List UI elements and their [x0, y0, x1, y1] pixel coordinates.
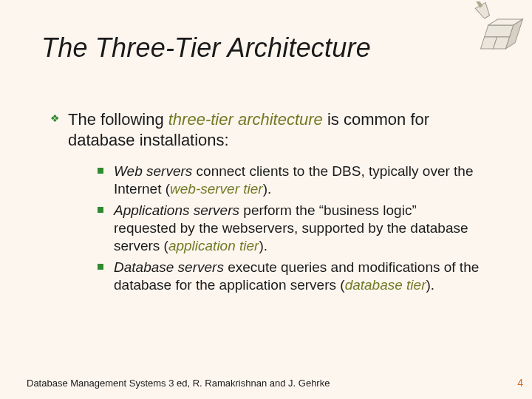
- item-lead: Applications servers: [114, 202, 239, 218]
- item-paren: web-server tier: [170, 181, 263, 197]
- item-lead: Database servers: [114, 259, 224, 275]
- page-number: 4: [517, 377, 523, 389]
- square-bullet-icon: [98, 168, 103, 174]
- footer-text: Database Management Systems 3 ed, R. Ram…: [27, 378, 505, 389]
- list-item: Applications servers perform the “busine…: [98, 202, 482, 256]
- square-bullet-icon: [98, 264, 103, 270]
- list-item: Web servers connect clients to the DBS, …: [98, 163, 482, 199]
- item-tail: ).: [263, 181, 272, 197]
- intro-paragraph: ❖ The following three-tier architecture …: [68, 109, 482, 150]
- item-paren: database tier: [345, 277, 426, 293]
- sub-bullet-list: Web servers connect clients to the DBS, …: [98, 163, 482, 297]
- svg-rect-0: [485, 25, 514, 37]
- corner-decoration: [461, 1, 528, 53]
- slide-title: The Three-Tier Architecture: [41, 33, 371, 64]
- intro-pre: The following: [68, 110, 168, 129]
- intro-term: three-tier architecture: [168, 110, 323, 129]
- square-bullet-icon: [98, 207, 103, 213]
- slide: The Three-Tier Architecture ❖ The follow…: [0, 0, 532, 399]
- item-tail: ).: [259, 238, 267, 253]
- diamond-bullet-icon: ❖: [50, 112, 60, 126]
- svg-marker-5: [475, 2, 492, 20]
- item-lead: Web servers: [114, 163, 192, 179]
- item-paren: application tier: [168, 238, 259, 253]
- list-item: Database servers execute queries and mod…: [98, 259, 482, 295]
- item-tail: ).: [426, 277, 434, 293]
